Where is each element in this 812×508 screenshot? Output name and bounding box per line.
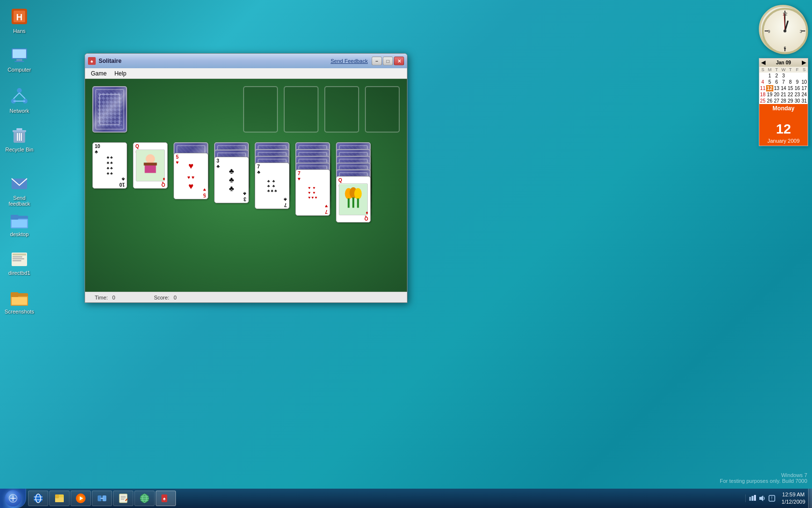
- foundation-2[interactable]: [284, 86, 319, 133]
- cal-cell[interactable]: 9: [794, 79, 800, 85]
- desktop-icon-desktop[interactable]: desktop: [2, 208, 36, 239]
- card-tl: 5♥: [176, 154, 179, 165]
- cal-cell[interactable]: 31: [801, 98, 808, 104]
- game-area[interactable]: 10♣ ♣♣ ♣♣ ♣♣ ♣♣ 10♣ Q♦: [85, 79, 407, 292]
- foundation-1[interactable]: [243, 86, 278, 133]
- calendar-header[interactable]: ◀ Jan 09 ▶: [759, 59, 808, 67]
- cal-cell[interactable]: 29: [787, 98, 794, 104]
- maximize-button[interactable]: □: [383, 57, 393, 65]
- score-display: Score: 0: [154, 295, 176, 300]
- cal-cell[interactable]: 4: [759, 79, 766, 85]
- cal-cell[interactable]: 10: [801, 79, 808, 85]
- cal-cell[interactable]: [787, 73, 794, 79]
- cal-cell[interactable]: 16: [794, 85, 800, 91]
- card-7-hearts[interactable]: 7♥ ♥♥ ♥♥ ♥ ♥ ♥ 7♥: [295, 169, 330, 216]
- cal-cell[interactable]: 1: [766, 73, 773, 79]
- taskbar-notes[interactable]: [113, 491, 133, 506]
- foundation-3[interactable]: [324, 86, 359, 133]
- cal-cell[interactable]: 21: [780, 91, 787, 98]
- foundation-4[interactable]: [365, 86, 400, 133]
- card-3-clubs[interactable]: 3♣ ♣♣♣ 3♣: [214, 157, 249, 203]
- cal-cell[interactable]: [794, 73, 800, 79]
- card-q-diamonds[interactable]: Q♦ Q♦: [133, 142, 168, 189]
- cal-cell[interactable]: 11: [759, 85, 766, 91]
- cal-cell[interactable]: 19: [766, 91, 773, 98]
- card-tl: 7♣: [257, 164, 261, 175]
- tray-action-center-icon[interactable]: !: [768, 494, 776, 502]
- computer-icon: [10, 45, 29, 65]
- card-br: Q♦: [161, 177, 165, 187]
- start-button[interactable]: [0, 489, 26, 508]
- svg-rect-79: [119, 494, 127, 503]
- desktop-icon-hans[interactable]: H Hans: [2, 5, 36, 36]
- cal-cell[interactable]: 28: [780, 98, 787, 104]
- game-menu[interactable]: Game: [87, 69, 111, 78]
- cal-cell[interactable]: [801, 73, 808, 79]
- tableau-col-2: Q♦ Q♦: [133, 142, 168, 227]
- taskbar-globe[interactable]: [134, 491, 155, 506]
- cal-cell[interactable]: 17: [801, 85, 808, 91]
- draw-pile[interactable]: [92, 86, 127, 133]
- cal-cell[interactable]: 22: [787, 91, 794, 98]
- clock-face: 12 3 6 9: [759, 5, 807, 53]
- cal-cell[interactable]: 25: [759, 98, 766, 104]
- close-button[interactable]: ✕: [394, 57, 404, 65]
- card-10-clubs[interactable]: 10♣ ♣♣ ♣♣ ♣♣ ♣♣ 10♣: [92, 142, 127, 189]
- cal-cell[interactable]: 18: [759, 91, 766, 98]
- taskbar-ie[interactable]: [28, 491, 48, 506]
- svg-rect-60: [348, 198, 349, 208]
- calendar-prev[interactable]: ◀: [761, 60, 765, 66]
- svg-text:♠: ♠: [90, 59, 93, 64]
- cal-cell-today[interactable]: 12: [766, 85, 773, 91]
- cal-cell[interactable]: 14: [780, 85, 787, 91]
- cal-cell[interactable]: 15: [787, 85, 794, 91]
- cal-day-m: M: [766, 67, 773, 73]
- cal-cell[interactable]: 8: [787, 79, 794, 85]
- minimize-button[interactable]: –: [372, 57, 382, 65]
- cal-cell[interactable]: 3: [780, 73, 787, 79]
- card-q-diamonds-2[interactable]: Q♦ Q♦: [336, 176, 371, 223]
- tray-sound-icon[interactable]: [758, 494, 766, 502]
- window-menubar: Game Help: [85, 68, 407, 79]
- taskbar-clock[interactable]: 12:59 AM 1/12/2009: [779, 491, 808, 506]
- calendar-grid: S M T W T F S 1 2 3 4 5 6 7 8 9 10 11 12…: [759, 67, 808, 104]
- svg-rect-50: [98, 92, 122, 126]
- cal-cell[interactable]: 26: [766, 98, 773, 104]
- desktop-icon-directbd1[interactable]: directbd1: [2, 247, 36, 278]
- desktop-icon-recycle-bin[interactable]: Recycle Bin: [2, 123, 36, 154]
- cal-cell[interactable]: 20: [773, 91, 780, 98]
- time-display: Time: 0: [95, 295, 115, 300]
- calendar-next[interactable]: ▶: [802, 60, 806, 66]
- taskbar-explorer[interactable]: [49, 491, 70, 506]
- network-connect-icon: [96, 493, 108, 504]
- window-titlebar[interactable]: ♠ Solitaire Send Feedback – □ ✕: [85, 54, 407, 68]
- cal-cell[interactable]: 2: [773, 73, 780, 79]
- help-menu[interactable]: Help: [111, 69, 130, 78]
- cal-cell[interactable]: 7: [780, 79, 787, 85]
- cal-day-t2: T: [787, 67, 794, 73]
- card-7-clubs[interactable]: 7♣ ♣♣ ♣♣ ♣ ♣ ♣ 7♣: [255, 163, 290, 209]
- desktop-icon-computer[interactable]: Computer: [2, 44, 36, 75]
- taskbar-solitaire[interactable]: ♠: [156, 491, 176, 506]
- send-feedback-button[interactable]: Send Feedback: [331, 58, 368, 64]
- cal-cell[interactable]: 6: [773, 79, 780, 85]
- card-center: ♣♣ ♣♣ ♣ ♣ ♣: [267, 179, 277, 193]
- cal-cell[interactable]: 27: [773, 98, 780, 104]
- show-desktop-button[interactable]: [808, 489, 812, 508]
- taskbar-network-connect[interactable]: [92, 491, 112, 506]
- desktop-icon-screenshots[interactable]: Screenshots: [2, 285, 36, 316]
- cal-cell[interactable]: 24: [801, 91, 808, 98]
- calendar-widget: ◀ Jan 09 ▶ S M T W T F S 1 2 3 4 5 6 7 8…: [759, 58, 808, 146]
- desktop-icon-network[interactable]: Network: [2, 85, 36, 116]
- taskbar-mediaplayer[interactable]: [71, 491, 91, 506]
- clock-widget[interactable]: 12 3 6 9: [759, 5, 807, 53]
- cal-cell[interactable]: 23: [794, 91, 800, 98]
- cal-cell[interactable]: 30: [794, 98, 800, 104]
- cal-cell[interactable]: 13: [773, 85, 780, 91]
- svg-rect-26: [13, 256, 22, 257]
- cal-cell[interactable]: 5: [766, 79, 773, 85]
- card-5-hearts[interactable]: 5♥ ♥♥ ♥♥ 5♥: [174, 153, 208, 199]
- cal-cell[interactable]: [759, 73, 766, 79]
- tray-network-icon[interactable]: [749, 494, 756, 502]
- desktop-icon-send-feedback[interactable]: Send feedback: [2, 172, 36, 209]
